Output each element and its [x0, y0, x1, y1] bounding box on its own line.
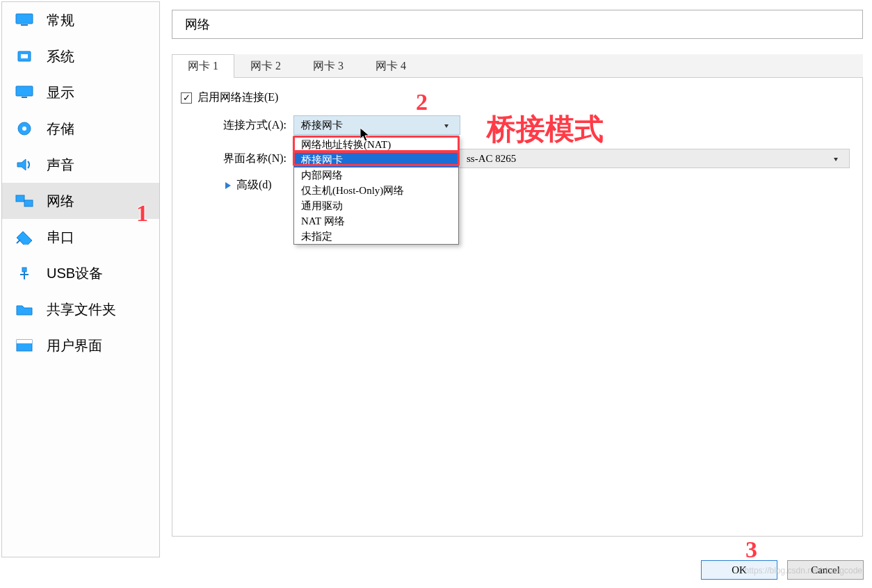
- chip-icon: [12, 49, 37, 64]
- page-title-text: 网络: [185, 16, 210, 33]
- ui-icon: [12, 338, 37, 353]
- svg-rect-4: [16, 86, 33, 96]
- enable-network-label: 启用网络连接(E): [197, 90, 278, 105]
- sidebar-item-label: 声音: [47, 156, 74, 174]
- sidebar-item-disk[interactable]: 存储: [2, 111, 159, 147]
- display-icon: [12, 85, 37, 100]
- ok-button[interactable]: OK: [701, 560, 777, 580]
- sidebar-item-label: 网络: [47, 192, 74, 211]
- dropdown-option[interactable]: 通用驱动: [294, 198, 458, 213]
- sidebar-item-label: 系统: [47, 47, 74, 66]
- svg-marker-11: [17, 231, 32, 245]
- advanced-toggle[interactable]: 高级(d): [225, 178, 272, 193]
- dropdown-option[interactable]: NAT 网络: [294, 213, 458, 229]
- dropdown-option[interactable]: 桥接网卡: [294, 152, 458, 168]
- advanced-label: 高级(d): [236, 178, 272, 193]
- sidebar-item-ui[interactable]: 用户界面: [2, 327, 159, 364]
- sidebar-item-label: 显示: [47, 83, 74, 102]
- sidebar-item-speaker[interactable]: 声音: [2, 147, 159, 183]
- attach-type-dropdown[interactable]: 网络地址转换(NAT)桥接网卡内部网络仅主机(Host-Only)网络通用驱动N…: [293, 136, 459, 245]
- sidebar-item-label: 常规: [47, 11, 74, 30]
- sidebar-item-label: 用户界面: [47, 336, 102, 355]
- iface-label: 界面名称(N):: [203, 152, 286, 166]
- serial-icon: [12, 229, 37, 245]
- speaker-icon: [12, 157, 37, 172]
- attach-label: 连接方式(A):: [203, 118, 286, 133]
- attach-type-value: 桥接网卡: [301, 119, 343, 132]
- svg-marker-18: [360, 128, 369, 141]
- svg-rect-5: [22, 97, 27, 98]
- sidebar-item-label: 存储: [47, 120, 74, 138]
- attach-type-select[interactable]: 桥接网卡: [293, 115, 460, 135]
- annotation-number-2: 2: [416, 89, 428, 115]
- svg-line-12: [17, 240, 20, 243]
- dropdown-option[interactable]: 未指定: [294, 229, 458, 244]
- enable-network-row[interactable]: ✓ 启用网络连接(E): [181, 90, 278, 105]
- dropdown-option[interactable]: 网络地址转换(NAT): [294, 137, 458, 152]
- advanced-row[interactable]: 高级(d): [225, 178, 272, 193]
- iface-row: 界面名称(N):: [203, 152, 292, 166]
- annotation-number-1: 1: [136, 200, 148, 227]
- dialog-buttons: OK Cancel: [701, 560, 864, 580]
- iface-visible-text: ss-AC 8265: [467, 153, 516, 165]
- enable-network-checkbox[interactable]: ✓: [181, 92, 192, 104]
- svg-rect-17: [17, 340, 32, 343]
- svg-rect-9: [16, 195, 24, 202]
- svg-rect-0: [16, 14, 33, 24]
- triangle-right-icon: [225, 182, 231, 189]
- folder-icon: [12, 302, 37, 317]
- tab-adapter-1[interactable]: 网卡 1: [172, 54, 234, 78]
- svg-rect-13: [22, 268, 26, 272]
- sidebar-item-label: 共享文件夹: [47, 300, 116, 319]
- disk-icon: [12, 121, 37, 136]
- network-icon: [12, 193, 37, 209]
- tab-adapter-4[interactable]: 网卡 4: [360, 54, 422, 78]
- svg-point-7: [22, 126, 26, 131]
- svg-rect-3: [21, 54, 28, 58]
- tab-adapter-3[interactable]: 网卡 3: [297, 54, 360, 78]
- svg-rect-10: [24, 200, 33, 206]
- attach-row: 连接方式(A):: [203, 118, 292, 133]
- monitor-icon: [12, 13, 37, 28]
- adapter-tabs: 网卡 1网卡 2网卡 3网卡 4: [172, 54, 863, 78]
- annotation-note: 桥接模式: [487, 110, 604, 149]
- sidebar-item-label: 串口: [47, 228, 74, 247]
- chevron-down-icon: [444, 124, 449, 128]
- sidebar-item-usb[interactable]: USB设备: [2, 255, 159, 291]
- sidebar-item-monitor[interactable]: 常规: [2, 2, 159, 38]
- sidebar-item-folder[interactable]: 共享文件夹: [2, 291, 159, 327]
- dropdown-option[interactable]: 内部网络: [294, 168, 458, 183]
- svg-marker-8: [17, 159, 26, 170]
- sidebar-item-label: USB设备: [47, 264, 103, 283]
- settings-sidebar: 常规系统显示存储声音网络串口USB设备共享文件夹用户界面: [1, 1, 160, 557]
- chevron-down-icon: [834, 158, 838, 161]
- usb-icon: [12, 266, 37, 281]
- annotation-number-3: 3: [745, 537, 757, 563]
- svg-rect-1: [21, 24, 28, 26]
- cursor-icon: [360, 128, 373, 143]
- sidebar-item-display[interactable]: 显示: [2, 74, 159, 111]
- page-title: 网络: [172, 10, 863, 39]
- sidebar-item-chip[interactable]: 系统: [2, 38, 159, 74]
- cancel-button[interactable]: Cancel: [787, 560, 864, 580]
- dropdown-option[interactable]: 仅主机(Host-Only)网络: [294, 183, 458, 198]
- tab-adapter-2[interactable]: 网卡 2: [234, 54, 297, 78]
